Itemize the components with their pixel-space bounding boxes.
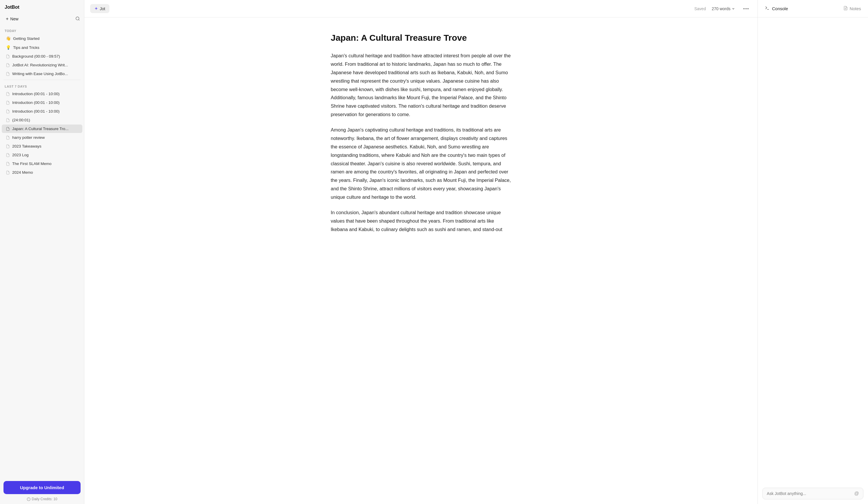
sidebar-item-first-slam[interactable]: The First SLAM Memo — [2, 160, 82, 168]
sidebar-item-2023-log[interactable]: 2023 Log — [2, 151, 82, 159]
sidebar-actions: + New — [0, 13, 84, 26]
sidebar-item-background[interactable]: Background (00:00 - 09:57) — [2, 52, 82, 61]
chevron-down-icon — [732, 7, 735, 10]
paragraph-3: In conclusion, Japan's abundant cultural… — [331, 208, 511, 234]
svg-line-1 — [79, 20, 80, 20]
doc-icon — [6, 72, 10, 76]
right-panel-header: Console Notes — [758, 0, 868, 18]
sidebar: JotBot + New TODAY 👋 Getting Started 💡 T… — [0, 0, 84, 504]
doc-icon — [6, 92, 10, 96]
doc-icon — [6, 118, 10, 122]
doc-icon — [6, 110, 10, 113]
sidebar-item-label: 2023 Log — [12, 153, 29, 157]
sidebar-item-label: 2024 Memo — [12, 170, 33, 175]
last7-section-label: LAST 7 DAYS — [0, 82, 84, 89]
paragraph-2: Among Japan's captivating cultural herit… — [331, 126, 511, 202]
doc-icon — [6, 101, 10, 105]
right-panel-body: @ — [758, 18, 868, 504]
sidebar-item-label: harry potter review — [12, 135, 45, 140]
search-icon — [75, 16, 80, 21]
doc-icon — [6, 127, 10, 131]
tips-tricks-emoji: 💡 — [6, 45, 11, 50]
doc-icon — [6, 171, 10, 175]
plus-icon: + — [6, 16, 8, 22]
notes-label: Notes — [850, 6, 861, 11]
sidebar-item-intro2[interactable]: Introduction (00:01 - 10:00) — [2, 99, 82, 107]
sidebar-item-label: 2023 Takeaways — [12, 144, 41, 148]
main-editor: ✦ Jot Saved 270 words ••• Japan: A Cultu… — [84, 0, 757, 504]
right-panel: Console Notes @ — [757, 0, 868, 504]
new-label: New — [10, 17, 18, 21]
ask-jotbot-container: @ — [762, 488, 863, 499]
sidebar-scroll-area: TODAY 👋 Getting Started 💡 Tips and Trick… — [0, 26, 84, 478]
word-count-button[interactable]: 270 words — [710, 5, 738, 12]
daily-credits: Daily Credits: 10 — [0, 496, 84, 504]
sidebar-item-jotbot-ai[interactable]: JotBot AI: Revolutionizing Writ... — [2, 61, 82, 69]
new-button[interactable]: + New — [3, 14, 22, 24]
info-icon — [27, 497, 31, 501]
app-logo: JotBot — [5, 5, 20, 10]
document-body: Japan's cultural heritage and tradition … — [331, 52, 511, 234]
sidebar-item-time1[interactable]: (24:00:01) — [2, 116, 82, 124]
sidebar-item-japan[interactable]: Japan: A Cultural Treasure Tro... — [2, 125, 82, 133]
sidebar-item-label: JotBot AI: Revolutionizing Writ... — [12, 63, 68, 67]
sidebar-item-label: (24:00:01) — [12, 118, 30, 122]
sidebar-item-intro3[interactable]: Introduction (00:01 - 10:00) — [2, 107, 82, 115]
saved-status: Saved — [694, 7, 706, 11]
sidebar-divider — [3, 80, 81, 80]
ask-jotbot-input[interactable] — [767, 491, 852, 496]
sidebar-item-label: The First SLAM Memo — [12, 162, 51, 166]
sidebar-item-label: Introduction (00:01 - 10:00) — [12, 100, 60, 105]
more-options-button[interactable]: ••• — [741, 5, 752, 12]
editor-content: Japan: A Cultural Treasure Trove Japan's… — [308, 18, 534, 504]
jot-tab[interactable]: ✦ Jot — [90, 4, 110, 13]
sidebar-item-getting-started[interactable]: 👋 Getting Started — [2, 34, 82, 43]
doc-icon — [6, 153, 10, 157]
getting-started-emoji: 👋 — [6, 36, 11, 41]
doc-icon — [6, 144, 10, 148]
sidebar-item-label: Japan: A Cultural Treasure Tro... — [12, 126, 69, 131]
doc-icon — [6, 136, 10, 140]
sidebar-item-label: Introduction (00:01 - 10:00) — [12, 92, 60, 96]
paragraph-1: Japan's cultural heritage and tradition … — [331, 52, 511, 119]
sidebar-item-label: Introduction (00:01 - 10:00) — [12, 109, 60, 113]
word-count-label: 270 words — [712, 7, 731, 11]
editor-header: ✦ Jot Saved 270 words ••• — [84, 0, 757, 18]
search-button[interactable] — [74, 15, 81, 23]
svg-point-0 — [76, 17, 79, 20]
doc-icon — [6, 162, 10, 166]
sidebar-item-label: Background (00:00 - 09:57) — [12, 54, 60, 59]
sidebar-header: JotBot — [0, 0, 84, 13]
sidebar-item-2023-takeaways[interactable]: 2023 Takeaways — [2, 142, 82, 151]
at-mention-button[interactable]: @ — [854, 491, 859, 496]
upgrade-button[interactable]: Upgrade to Unlimited — [3, 481, 81, 494]
console-icon — [765, 6, 770, 12]
daily-credits-label: Daily Credits: 10 — [32, 497, 57, 501]
sidebar-item-writing-ease[interactable]: Writing with Ease Using JotBo... — [2, 70, 82, 78]
notes-tab[interactable]: Notes — [843, 6, 861, 11]
sidebar-item-2024-memo[interactable]: 2024 Memo — [2, 168, 82, 177]
doc-icon — [6, 63, 10, 67]
notes-icon — [843, 6, 848, 11]
jot-star-icon: ✦ — [94, 6, 98, 11]
sidebar-item-intro1[interactable]: Introduction (00:01 - 10:00) — [2, 90, 82, 98]
today-section-label: TODAY — [0, 26, 84, 34]
jot-tab-label: Jot — [100, 7, 105, 11]
console-label: Console — [772, 6, 788, 11]
document-title: Japan: A Cultural Treasure Trove — [331, 32, 511, 43]
sidebar-item-label: Writing with Ease Using JotBo... — [12, 72, 68, 76]
sidebar-item-label: Tips and Tricks — [13, 45, 39, 50]
sidebar-item-label: Getting Started — [13, 37, 40, 41]
console-tab[interactable]: Console — [765, 6, 788, 12]
sidebar-item-tips-tricks[interactable]: 💡 Tips and Tricks — [2, 43, 82, 52]
sidebar-item-harry-potter[interactable]: harry potter review — [2, 133, 82, 142]
doc-icon — [6, 54, 10, 59]
